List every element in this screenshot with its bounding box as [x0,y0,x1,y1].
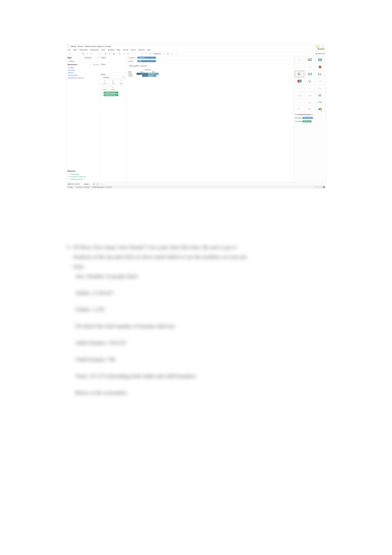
menu-dashboard[interactable]: Dashboard [90,49,99,51]
mark-colour-pill[interactable]: ⠿ SUM(Passenge… [101,92,125,94]
cell-adult-no[interactable]: 11,09,457 [136,73,148,75]
dimensions-view-icon[interactable]: ☰ [94,64,95,66]
columns-pill-survived[interactable]: Survived [137,57,156,59]
thumb-treemap[interactable] [295,78,304,84]
dimensions-menu-icon[interactable]: ▾ [98,64,99,66]
thumb-dual-line[interactable] [315,85,325,91]
rows-shelf[interactable]: ⠿Rows Age [126,59,294,63]
thumb-highlight-table[interactable] [315,57,325,63]
window-maximize-button[interactable]: ▭ [315,45,320,48]
thumb-side-circle[interactable] [315,78,325,84]
auto-update-button[interactable]: · [94,52,97,55]
menu-analysis[interactable]: Analysis [107,49,114,51]
menu-story[interactable]: Story [101,49,106,51]
thumb-bullet[interactable] [305,106,314,112]
sort-desc-button[interactable]: ⬇ [126,52,130,55]
mark-type-dropdown[interactable]: □ Square▾ [101,76,125,79]
mark-label-button[interactable]: ✎ [140,52,144,55]
thumb-gantt[interactable] [295,106,304,112]
dim-measure-names[interactable]: AbcMeasure Names [67,77,100,79]
menu-window[interactable]: Window [138,49,145,51]
fit-dropdown[interactable]: Standard [153,52,165,55]
filters-card[interactable]: Filters [100,63,126,73]
columns-shelf[interactable]: ⠿Columns Survived [126,56,294,59]
dim-sex[interactable]: AbcSex [67,72,100,74]
clear-button[interactable]: ▦ [112,52,115,55]
meas-passenger[interactable]: #Passenger [67,173,100,175]
refresh-button[interactable]: ⟳ [90,52,93,55]
data-tab[interactable]: Data [67,56,83,59]
mark-label-pill[interactable]: T SUM(Passenge… [101,94,125,96]
thumb-line-continuous[interactable] [295,85,304,91]
thumb-scatter[interactable] [295,99,304,105]
thumb-horizontal-bar[interactable] [295,71,304,77]
dim-class[interactable]: AbcClass [67,69,100,72]
thumb-pie[interactable] [315,64,325,70]
dimensions-search-icon[interactable]: 🔍 [96,64,98,66]
menu-format[interactable]: Format [122,49,128,51]
thumb-histogram[interactable] [305,99,314,105]
analytics-tab[interactable]: Analytics▸ [83,56,100,59]
window-minimize-button[interactable]: — [310,45,315,48]
cell-adult-yes[interactable]: 12,25,923 [148,73,159,75]
thumb-area-continuous[interactable] [295,92,304,98]
mark-label-button[interactable]: TLabel [117,79,125,85]
new-story-button[interactable]: ✎ [100,182,103,186]
mark-colour-button[interactable]: ⠿Colour [101,79,109,85]
cell-child-yes[interactable]: 86,543 [148,75,157,77]
menu-file[interactable]: File [67,49,71,51]
new-data-button[interactable]: ⟁ [86,52,89,55]
status-view-buttons[interactable] [314,186,325,188]
dim-age[interactable]: AbcAge [67,66,100,69]
thumb-dual-combo[interactable] [315,92,325,98]
thumb-filled-map[interactable] [305,64,314,70]
cell-child-no[interactable]: 1,378 [142,75,148,77]
new-sheet-button[interactable]: ▥ [104,52,107,55]
duplicate-button[interactable]: ⧉ [108,52,111,55]
meas-measure-values[interactable]: #Measure Values [67,178,100,181]
mark-detail-button[interactable]: ⋮⋮Detail [101,85,109,91]
data-source-tab[interactable]: ▦Data Source [67,183,82,186]
group-button[interactable]: · [136,52,140,55]
highlight-button[interactable]: ℓ [132,52,135,55]
thumb-symbol-map[interactable] [295,64,304,70]
menu-data[interactable]: Data [73,49,77,51]
run-button[interactable]: ⊙ [98,52,101,55]
thumb-circle-views[interactable] [305,78,314,84]
swap-button[interactable]: ⇅ [118,52,121,55]
dim-survived[interactable]: AbcSurvived [67,74,100,77]
presentation-button[interactable]: ▭ [170,52,174,55]
menu-map[interactable]: Map [116,49,121,51]
share-button[interactable]: ⤴ [174,52,178,55]
forward-button[interactable]: → [78,52,81,55]
thumb-heat-map[interactable] [305,57,314,63]
meas-number-of-records[interactable]: =#Number of Records [67,175,100,178]
thumb-area-discrete[interactable] [305,92,314,98]
thumb-side-by-side-bar[interactable] [315,71,325,77]
thumb-text-table[interactable] [295,57,304,63]
menu-help[interactable]: Help [147,49,151,51]
thumb-box-plot[interactable] [315,99,325,105]
menu-server[interactable]: Server [130,49,136,51]
sort-asc-button[interactable]: ⬆ [122,52,126,55]
new-worksheet-button[interactable]: ▥ [92,182,96,186]
show-me-button[interactable]: ▥ Show Me [315,53,325,55]
tableau-logo-icon[interactable]: ✦ [67,52,71,55]
mark-size-button[interactable]: ◔Size [109,79,117,85]
thumb-packed-bubbles[interactable] [315,106,325,112]
window-close-button[interactable]: ✕ [321,45,325,48]
menu-worksheet[interactable]: Worksheet [79,49,88,51]
thumb-stacked-bar[interactable] [305,71,314,77]
data-source-item[interactable]: ⟁ Titanic [67,60,100,63]
fix-axes-button[interactable]: ✥ [149,52,152,55]
new-dashboard-button[interactable]: ⊞ [96,182,100,186]
thumb-line-discrete[interactable] [305,85,314,91]
rows-pill-age[interactable]: Age [137,60,156,62]
view-cards-button[interactable]: ▤ [166,52,170,55]
sheet-title[interactable]: <Muzaffer Syed> [128,65,292,67]
show-labels-button[interactable]: T [144,52,148,55]
pages-card[interactable]: ▸ Pages [100,56,126,63]
sheet1-tab[interactable]: Sheet 1 [82,182,92,186]
back-button[interactable]: ← [73,52,77,55]
mark-tooltip-button[interactable]: ▭Tooltip [109,85,117,91]
